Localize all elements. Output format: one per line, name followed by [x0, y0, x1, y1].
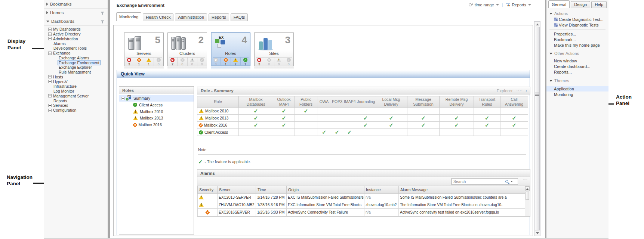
tile-clusters[interactable]: 2 Clusters 2 0 0 0	[167, 32, 207, 66]
expand-icon[interactable]	[48, 28, 52, 31]
theme-application[interactable]: Application	[546, 86, 608, 91]
alarms-scrollbar[interactable]	[525, 186, 530, 216]
tile-state-warning[interactable]: 0	[188, 57, 197, 66]
roles-tree-item-summary[interactable]: EX Summary	[119, 95, 194, 102]
splitter-grip-icon[interactable]	[535, 93, 539, 97]
scroll-thumb[interactable]	[526, 192, 529, 200]
roles-tree-item-client-access[interactable]: Client Access	[119, 102, 194, 108]
role-row-mailbox-2010[interactable]: Mailbox 2010	[197, 108, 528, 115]
scroll-up-icon[interactable]	[535, 22, 540, 27]
tile-state-fatal[interactable]: 3	[124, 57, 134, 66]
tile-state-warning[interactable]: 1	[144, 57, 154, 66]
column-origin[interactable]: Origin	[287, 186, 364, 193]
scroll-thumb[interactable]	[535, 27, 540, 230]
column-severity[interactable]: Severity	[198, 186, 218, 193]
nav-item-active-directory[interactable]: Active Directory	[44, 32, 108, 37]
section-other-actions[interactable]: Other Actions	[549, 51, 608, 56]
main-scrollbar[interactable]	[534, 21, 540, 236]
expand-icon[interactable]	[48, 32, 52, 36]
role-row-mailbox-2013[interactable]: Mailbox 2013	[197, 115, 528, 122]
alarm-row[interactable]: ZHUVM-DAG10-MB2 1/28/16 3:16 PM EXC Info…	[198, 201, 525, 208]
expand-icon[interactable]	[48, 104, 52, 107]
customize-columns-icon[interactable]	[523, 180, 527, 183]
roles-tree-item-mailbox-2013[interactable]: Mailbox 2013	[119, 115, 194, 121]
tile-state-critical[interactable]: 1	[134, 57, 144, 66]
scroll-up-icon[interactable]	[525, 186, 530, 191]
reports-caret-icon[interactable]	[528, 4, 531, 6]
nav-item-reports[interactable]: Reports	[44, 98, 108, 103]
nav-item-log-monitor[interactable]: Log Monitor	[44, 89, 108, 94]
section-themes[interactable]: Themes	[549, 78, 608, 83]
expand-icon[interactable]	[48, 109, 52, 112]
column-instance[interactable]: Instance	[364, 186, 399, 193]
tile-state-fatal[interactable]: 3	[255, 57, 264, 66]
tab-help[interactable]: Help	[591, 1, 607, 8]
tab-administration[interactable]: Administration	[175, 13, 207, 21]
scroll-down-icon[interactable]	[535, 231, 540, 235]
roles-tree-item-mailbox-2016[interactable]: Mailbox 2016	[119, 121, 194, 128]
alarm-row[interactable]: EXC2013-SERVER 3/14/16 7:28 PM EXC IS Ma…	[198, 193, 525, 201]
nav-item-rule-management[interactable]: Rule Management	[44, 70, 108, 75]
action-reports[interactable]: Reports...	[546, 69, 608, 75]
nav-section-dashboards[interactable]: Dashboards	[44, 17, 108, 26]
nav-item-hosts[interactable]: Hosts	[44, 75, 108, 80]
theme-monitoring[interactable]: Monitoring	[546, 91, 608, 97]
action-new-window[interactable]: New window	[546, 58, 608, 63]
action-bookmark[interactable]: Bookmark...	[546, 37, 608, 42]
action-create-diagnostic-test[interactable]: Create Diagnostic Test...	[546, 16, 608, 22]
alarm-row[interactable]: EXC2016SERVER 1/25/16 5:03 PM ActiveSync…	[198, 208, 525, 216]
tile-state-critical[interactable]: 0	[264, 57, 274, 66]
tile-state-critical[interactable]: 0	[178, 57, 187, 66]
nav-item-infrastructure[interactable]: Infrastructure	[44, 84, 108, 89]
expand-icon[interactable]	[48, 37, 52, 40]
tile-state-normal[interactable]: 0	[154, 57, 163, 66]
nav-item-services[interactable]: Services	[44, 103, 108, 108]
time-range-button[interactable]: time range	[475, 3, 494, 7]
reports-button[interactable]: Reports	[512, 3, 526, 7]
nav-item-exchange-environment[interactable]: Exchange Environment	[44, 60, 108, 65]
tile-servers[interactable]: 5 Servers 3 1 1 0	[124, 32, 164, 66]
column-alarm-message[interactable]: Alarm Message	[399, 186, 525, 193]
explorer-link[interactable]: Explorer	[497, 89, 513, 93]
tab-health-check[interactable]: Health Check	[143, 13, 173, 21]
filter-icon[interactable]	[101, 12, 104, 15]
nav-item-configuration[interactable]: Configuration	[44, 108, 108, 113]
nav-item-exchange[interactable]: Exchange	[44, 51, 108, 56]
tile-state-critical[interactable]: 1	[221, 57, 231, 66]
expand-icon[interactable]	[48, 80, 52, 83]
nav-item-development-tools[interactable]: Development Tools	[44, 46, 108, 51]
expand-icon[interactable]	[48, 75, 52, 78]
tile-state-normal[interactable]: 0	[197, 57, 207, 66]
explorer-arrow-icon[interactable]: →	[523, 88, 527, 93]
nav-item-administration[interactable]: Administration	[44, 37, 108, 41]
tab-reports[interactable]: Reports	[209, 13, 229, 21]
nav-item-exchange-explorer[interactable]: Exchange Explorer	[44, 65, 108, 70]
nav-item-exchange-alarms[interactable]: Exchange Alarms	[44, 56, 108, 60]
tab-general[interactable]: General	[548, 0, 570, 8]
tile-state-warning[interactable]: 0	[274, 57, 284, 66]
column-time[interactable]: Time	[256, 186, 287, 193]
column-server[interactable]: Server	[218, 186, 256, 193]
section-actions[interactable]: Actions	[549, 11, 608, 16]
tile-state-fatal[interactable]: 2	[168, 57, 178, 66]
nav-item-my-dashboards[interactable]: My Dashboards	[44, 27, 108, 32]
tab-monitoring[interactable]: Monitoring	[116, 12, 141, 21]
tile-state-warning[interactable]: 2	[231, 57, 241, 66]
tab-design[interactable]: Design	[571, 1, 590, 8]
nav-section-bookmarks[interactable]: Bookmarks	[44, 0, 108, 9]
roles-tree-item-mailbox-2010[interactable]: Mailbox 2010	[119, 108, 194, 115]
collapse-icon[interactable]	[121, 97, 124, 100]
nav-section-homes[interactable]: Homes	[44, 9, 108, 17]
tile-state-normal[interactable]: 0	[284, 57, 293, 66]
tile-roles[interactable]: EX 4 Roles 0 1 2 1	[211, 32, 250, 66]
action-make-home-page[interactable]: Make this my home page	[546, 42, 608, 48]
role-row-client-access[interactable]: Client Access	[197, 129, 528, 136]
tab-faqts[interactable]: FAQts	[231, 13, 248, 21]
nav-item-alarms[interactable]: Alarms	[44, 41, 108, 46]
time-range-caret-icon[interactable]	[496, 4, 499, 6]
tile-state-fatal[interactable]: 0	[211, 57, 221, 66]
search-icon[interactable]	[505, 180, 508, 183]
search-options-caret-icon[interactable]	[511, 181, 513, 182]
tile-sites[interactable]: 3 Sites 3 0 0 0	[254, 32, 294, 66]
action-properties[interactable]: Properties...	[546, 31, 608, 37]
